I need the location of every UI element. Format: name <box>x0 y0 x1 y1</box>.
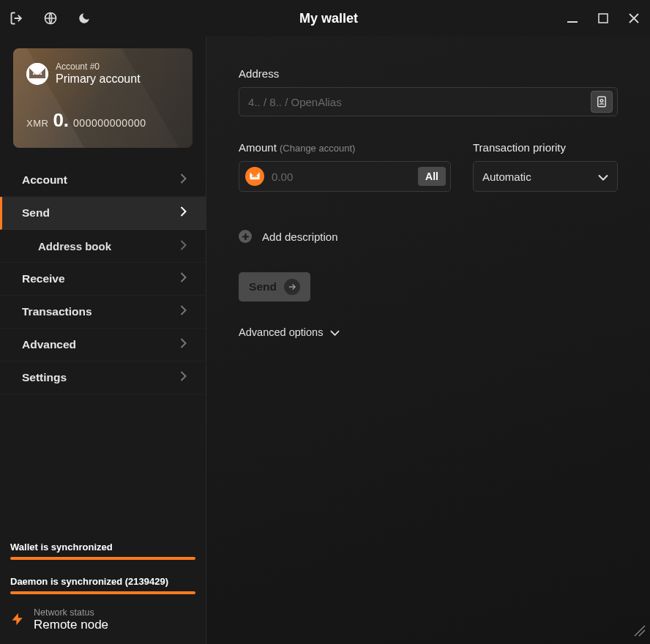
daemon-sync-label: Daemon is synchronized (2139429) <box>10 576 195 587</box>
account-card[interactable]: Account #0 Primary account XMR 0. 000000… <box>13 48 193 148</box>
chevron-down-icon <box>598 171 608 183</box>
titlebar: My wallet <box>0 0 650 37</box>
wallet-sync-label: Wallet is synchronized <box>10 542 195 553</box>
nav-label: Send <box>22 206 50 220</box>
svg-rect-4 <box>29 75 45 78</box>
chevron-right-icon <box>180 173 187 187</box>
change-account-link[interactable]: (Change account) <box>280 143 355 154</box>
chevron-right-icon <box>180 206 187 220</box>
svg-rect-7 <box>250 177 260 179</box>
nav-label: Address book <box>38 240 111 252</box>
address-label: Address <box>239 67 618 80</box>
address-input-wrap <box>239 87 618 116</box>
nav-receive[interactable]: Receive <box>0 263 206 296</box>
resize-grip-icon[interactable] <box>634 625 646 640</box>
send-button-label: Send <box>249 280 277 293</box>
window-title: My wallet <box>92 11 565 26</box>
nav-label: Settings <box>22 371 67 384</box>
monero-icon <box>245 167 264 186</box>
sidebar-nav: Account Send Address book Receive Transa… <box>0 160 206 394</box>
wallet-sync-bar <box>10 557 195 560</box>
balance-whole: 0. <box>53 109 69 132</box>
advanced-options-toggle[interactable]: Advanced options <box>239 326 618 338</box>
balance-currency: XMR <box>26 118 48 129</box>
svg-rect-2 <box>599 14 608 23</box>
nav-label: Transactions <box>22 305 92 318</box>
minimize-icon[interactable] <box>565 11 580 26</box>
nav-label: Advanced <box>22 338 76 351</box>
network-status[interactable]: Network status Remote node <box>10 607 195 632</box>
main-panel: Address Amount (Change account) All <box>206 37 650 644</box>
sidebar: Account #0 Primary account XMR 0. 000000… <box>0 37 206 644</box>
chevron-right-icon <box>180 338 187 351</box>
priority-label: Transaction priority <box>473 141 618 154</box>
arrow-right-icon <box>284 279 300 295</box>
priority-select[interactable]: Automatic <box>473 161 618 192</box>
exit-icon[interactable] <box>9 10 25 26</box>
amount-input[interactable] <box>272 171 411 183</box>
account-name: Primary account <box>56 72 141 86</box>
nav-settings[interactable]: Settings <box>0 362 206 394</box>
nav-transactions[interactable]: Transactions <box>0 296 206 329</box>
chevron-right-icon <box>180 371 187 384</box>
nav-address-book[interactable]: Address book <box>0 230 206 263</box>
chevron-right-icon <box>180 240 187 252</box>
chevron-right-icon <box>180 272 187 285</box>
sidebar-status: Wallet is synchronized Daemon is synchro… <box>0 527 206 644</box>
send-button[interactable]: Send <box>239 272 310 302</box>
all-button[interactable]: All <box>418 167 446 186</box>
network-status-value: Remote node <box>34 618 108 632</box>
monero-icon <box>26 63 48 85</box>
maximize-icon[interactable] <box>596 11 610 26</box>
nav-account[interactable]: Account <box>0 164 206 197</box>
account-number: Account #0 <box>56 61 141 72</box>
balance-fraction: 000000000000 <box>73 117 146 129</box>
svg-rect-1 <box>567 21 578 23</box>
nav-send[interactable]: Send <box>0 197 206 230</box>
amount-label: Amount (Change account) <box>239 141 451 154</box>
add-description-label: Add description <box>262 231 337 243</box>
moon-icon[interactable] <box>76 10 92 26</box>
daemon-sync-bar <box>10 591 195 594</box>
advanced-options-label: Advanced options <box>239 326 323 338</box>
priority-value: Automatic <box>482 171 531 183</box>
globe-icon[interactable] <box>42 10 59 26</box>
address-book-button[interactable] <box>591 91 613 113</box>
amount-input-wrap: All <box>239 161 451 192</box>
nav-label: Receive <box>22 272 65 285</box>
close-icon[interactable] <box>627 11 641 26</box>
chevron-down-icon <box>330 326 340 338</box>
address-input[interactable] <box>248 96 591 108</box>
add-description-button[interactable]: Add description <box>239 230 618 243</box>
nav-advanced[interactable]: Advanced <box>0 329 206 362</box>
svg-point-6 <box>600 100 603 102</box>
network-status-label: Network status <box>34 607 108 618</box>
plus-icon <box>239 230 252 243</box>
chevron-right-icon <box>180 305 187 318</box>
bolt-icon <box>10 609 25 632</box>
nav-label: Account <box>22 173 67 187</box>
